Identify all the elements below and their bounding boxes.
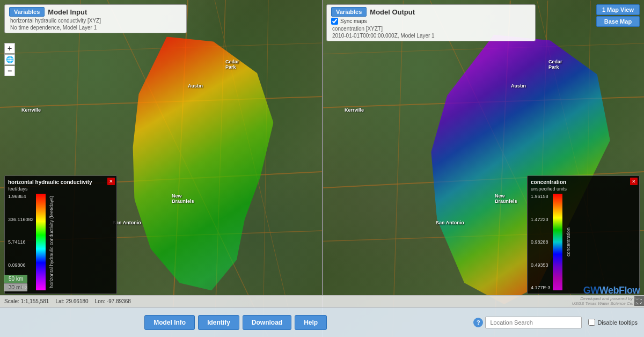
svg-line-14 — [393, 1, 404, 336]
bottom-toolbar: Model Info Identify Download Help ? Disa… — [0, 307, 644, 337]
legend-val-0: 1.968E4 — [8, 194, 34, 199]
location-help-icon[interactable]: ? — [473, 318, 483, 327]
lat-info: Lat: 29.66180 — [55, 298, 88, 304]
legend-right-title: concentration — [531, 179, 636, 185]
map-zoom-controls: + 🌐 − — [4, 43, 15, 76]
help-button[interactable]: Help — [295, 315, 327, 330]
location-search-area: ? Disable tooltips — [473, 317, 638, 328]
legend-left-gradient — [36, 194, 46, 290]
variables-button-left[interactable]: Variables — [9, 7, 45, 17]
legend-val-2: 5.74116 — [8, 239, 34, 245]
legend-conc-val-4: 4.177E-3 — [531, 285, 551, 290]
zoom-in-button[interactable]: + — [4, 43, 15, 54]
model-output-variable: concentration [XYZT] — [331, 26, 531, 32]
legend-left-close[interactable]: ✕ — [107, 178, 115, 185]
scale-info: Scale: 1:1,155,581 — [4, 298, 49, 304]
sync-maps-label: Sync maps — [340, 18, 367, 24]
location-search-input[interactable] — [485, 317, 582, 328]
legend-conc-val-0: 1.96158 — [531, 194, 551, 199]
logo-sub2: USGS Texas Water Science Center — [572, 301, 640, 306]
legend-right-rotated-label: concentration — [566, 228, 571, 257]
legend-val-1: 336.116082 — [8, 217, 34, 222]
toolbar-buttons-group: Model Info Identify Download Help — [6, 315, 465, 330]
model-input-variable: horizontal hydraulic conductivity [XYZ] — [9, 18, 182, 24]
legend-right-unit: unspecified units — [531, 186, 636, 192]
one-map-view-button[interactable]: 1 Map View — [596, 4, 640, 15]
legend-right-gradient — [553, 194, 562, 290]
sync-maps-checkbox[interactable] — [331, 18, 338, 25]
model-input-subtitle: No time dependence, Model Layer 1 — [9, 25, 182, 31]
disable-tooltips-checkbox[interactable] — [588, 319, 595, 326]
globe-button[interactable]: 🌐 — [4, 54, 15, 65]
logo-sub1: Developed and powered by the — [572, 296, 640, 301]
scale-mi: 30 mi — [4, 283, 27, 291]
right-panel-header: Variables Model Output Sync maps concent… — [326, 4, 536, 41]
top-right-controls: 1 Map View Base Map — [596, 4, 640, 27]
disable-tooltips-wrap: Disable tooltips — [588, 319, 638, 326]
legend-left-rotated-label: horizontal hydraulic conductivity (feet/… — [49, 196, 54, 288]
download-button[interactable]: Download — [243, 315, 291, 330]
legend-left-title: horizontal hydraulic conductivity — [8, 179, 113, 185]
legend-right-values: 1.96158 1.47223 0.98288 0.49353 4.177E-3 — [531, 194, 551, 290]
identify-button[interactable]: Identify — [198, 315, 239, 330]
status-bar: Scale: 1:1,155,581 Lat: 29.66180 Lon: -9… — [0, 295, 644, 307]
map-container: Austin San Antonio NewBraunfels Kerrvill… — [0, 0, 644, 337]
disable-tooltips-label: Disable tooltips — [597, 319, 638, 326]
legend-right-close[interactable]: ✕ — [630, 178, 638, 185]
model-output-subtitle: 2010-01-01T00:00:00.000Z, Model Layer 1 — [331, 33, 531, 39]
lon-info: Lon: -97.89368 — [95, 298, 131, 304]
scale-km: 50 km — [4, 275, 27, 283]
logo-gwwebflow: GWWebFlow — [572, 285, 640, 296]
left-panel-header: Variables Model Input horizontal hydraul… — [4, 4, 187, 33]
base-map-button[interactable]: Base Map — [596, 16, 640, 27]
zoom-out-button[interactable]: − — [4, 65, 15, 76]
legend-val-3: 0.09806 — [8, 262, 34, 268]
logo-area: GWWebFlow Developed and powered by the U… — [572, 285, 640, 306]
scale-bar: 50 km 30 mi — [4, 275, 27, 291]
model-output-title: Model Output — [370, 8, 415, 16]
legend-conc-val-1: 1.47223 — [531, 217, 551, 222]
legend-conc-val-3: 0.49353 — [531, 262, 551, 268]
variables-button-right[interactable]: Variables — [331, 7, 367, 17]
legend-conc-val-2: 0.98288 — [531, 239, 551, 245]
legend-left-unit: feet/days — [8, 186, 113, 192]
model-input-title: Model Input — [48, 8, 87, 16]
legend-concentration: ✕ concentration unspecified units 1.9615… — [527, 175, 640, 294]
svg-line-5 — [263, 0, 268, 337]
model-info-button[interactable]: Model Info — [144, 315, 195, 330]
